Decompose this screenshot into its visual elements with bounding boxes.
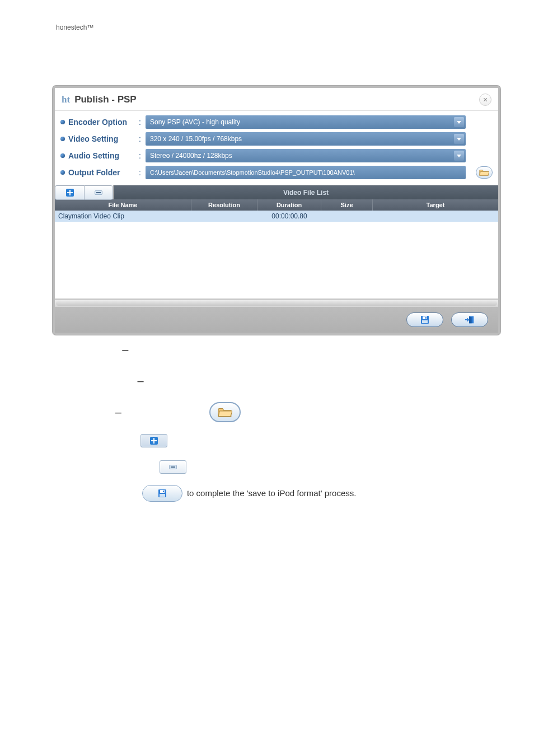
plus-icon (66, 189, 74, 197)
video-setting-label: Video Setting : (60, 134, 146, 143)
encoder-option-value: Sony PSP (AVC) - high quality (150, 118, 240, 126)
instr-text: Click the Save button, (56, 486, 138, 502)
filelist-title: Video File List (114, 185, 498, 199)
close-button[interactable]: × (479, 94, 491, 106)
save-button[interactable] (406, 312, 443, 327)
filelist-toolbar: Video File List (55, 185, 498, 199)
instr-text: Click the folder icon, (129, 404, 205, 421)
col-size[interactable]: Size (321, 199, 373, 211)
output-folder-input[interactable]: C:\Users\Jacen\Documents\StopmotionStudi… (146, 166, 466, 179)
audio-setting-row: Audio Setting : Stereo / 24000hz / 128kb… (60, 149, 493, 162)
video-label-text: Video Setting (68, 134, 118, 143)
minus-icon (95, 190, 102, 195)
video-setting-row: Video Setting : 320 x 240 / 15.00fps / 7… (60, 132, 493, 146)
instr-text: Video/Audio Setting (56, 373, 130, 389)
dash-icon: – (115, 402, 121, 423)
svg-rect-2 (425, 317, 427, 319)
filelist-columns: File Name Resolution Duration Size Targe… (55, 199, 498, 211)
dialog-footer (55, 307, 498, 333)
instr-text: select the video/audio setting. (152, 373, 263, 389)
svg-marker-5 (469, 316, 472, 324)
svg-rect-8 (163, 491, 164, 492)
colon: : (139, 118, 141, 127)
page-brand: honestech™ (56, 24, 93, 31)
cell-duration: 00:00:00.80 (257, 211, 321, 222)
audio-setting-label: Audio Setting : (60, 151, 146, 160)
add-file-button[interactable] (55, 185, 84, 200)
encoder-label-text: Encoder Option (68, 118, 127, 127)
exit-door-icon (465, 315, 475, 324)
instr-encoder: Encoder Option – select the encoder qual… (56, 339, 481, 360)
colon: : (139, 134, 141, 143)
folder-icon (479, 169, 489, 176)
instr-remove: Click the REMOVE button, , to remove vid… (56, 459, 481, 475)
horizontal-scrollbar[interactable] (55, 299, 498, 307)
exit-button[interactable] (451, 312, 488, 327)
browse-folder-button[interactable] (476, 166, 493, 179)
bullet-icon (60, 170, 65, 175)
instructions: Encoder Option – select the encoder qual… (56, 339, 481, 512)
instr-text: Click the REMOVE button, (56, 459, 155, 475)
minus-icon (169, 465, 177, 469)
instr-text: , to select the output folder. (245, 404, 346, 421)
close-icon: × (483, 95, 488, 104)
svg-rect-3 (422, 320, 428, 323)
instr-save: Click the Save button, to complete the '… (56, 485, 481, 502)
remove-button-illustration (160, 460, 186, 474)
save-icon (158, 489, 167, 498)
output-folder-label: Output Folder : (60, 168, 146, 177)
svg-rect-9 (160, 494, 165, 497)
col-target[interactable]: Target (373, 199, 498, 211)
cell-filename: Claymation Video Clip (55, 211, 191, 222)
instr-text: Click the ADD button, (56, 433, 136, 449)
output-folder-row: Output Folder : C:\Users\Jacen\Documents… (60, 166, 493, 179)
table-row[interactable]: Claymation Video Clip 00:00:00.80 (55, 211, 498, 222)
instr-av: Video/Audio Setting – select the video/a… (56, 370, 481, 391)
save-icon (420, 315, 429, 324)
instr-text: select the encoder quality option. (136, 342, 259, 358)
col-resolution[interactable]: Resolution (191, 199, 257, 211)
instr-text: Output Folder (56, 404, 107, 421)
dropdown-arrow-icon (454, 151, 464, 161)
add-remove-group (55, 185, 114, 199)
page-number: 64. (44, 24, 53, 31)
encoder-option-select[interactable]: Sony PSP (AVC) - high quality (146, 115, 466, 129)
col-duration[interactable]: Duration (257, 199, 321, 211)
add-button-illustration (140, 434, 167, 447)
col-filename[interactable]: File Name (55, 199, 191, 211)
output-label-text: Output Folder (68, 168, 120, 177)
dash-icon: – (138, 370, 144, 391)
dialog-title: Publish - PSP (74, 94, 137, 105)
dropdown-arrow-icon (454, 134, 464, 144)
instr-output: Output Folder – Click the folder icon, ,… (56, 402, 481, 423)
publish-dialog: ht Publish - PSP × Encoder Option : Sony… (53, 86, 500, 335)
bullet-icon (60, 153, 65, 158)
output-folder-value: C:\Users\Jacen\Documents\StopmotionStudi… (150, 169, 355, 176)
ht-logo-icon: ht (62, 94, 70, 105)
audio-setting-select[interactable]: Stereo / 24000hz / 128kbps (146, 149, 466, 162)
video-setting-value: 320 x 240 / 15.00fps / 768kbps (150, 135, 242, 143)
instr-text: , to remove video files(s) from the list… (191, 459, 330, 475)
folder-icon (218, 407, 232, 418)
dropdown-arrow-icon (454, 117, 464, 127)
plus-icon (150, 437, 158, 445)
instr-text: to complete the 'save to iPod format' pr… (187, 486, 357, 502)
bullet-icon (60, 137, 65, 141)
colon: : (139, 168, 141, 177)
cell-size (321, 211, 373, 222)
remove-file-button[interactable] (84, 185, 113, 200)
save-button-illustration (142, 485, 182, 502)
dash-icon: – (122, 339, 128, 360)
cell-resolution (191, 211, 257, 222)
instr-add: Click the ADD button, , to add video fil… (56, 433, 481, 449)
folder-button-illustration (209, 402, 241, 422)
bullet-icon (60, 120, 65, 124)
filelist-body: Claymation Video Clip 00:00:00.80 (55, 211, 498, 299)
cell-target (373, 211, 498, 222)
encoder-option-label: Encoder Option : (60, 118, 146, 127)
colon: : (139, 151, 141, 160)
instr-text: Encoder Option (56, 342, 114, 358)
audio-setting-value: Stereo / 24000hz / 128kbps (150, 152, 232, 160)
video-setting-select[interactable]: 320 x 240 / 15.00fps / 768kbps (146, 132, 466, 146)
dialog-titlebar: ht Publish - PSP × (55, 88, 498, 111)
